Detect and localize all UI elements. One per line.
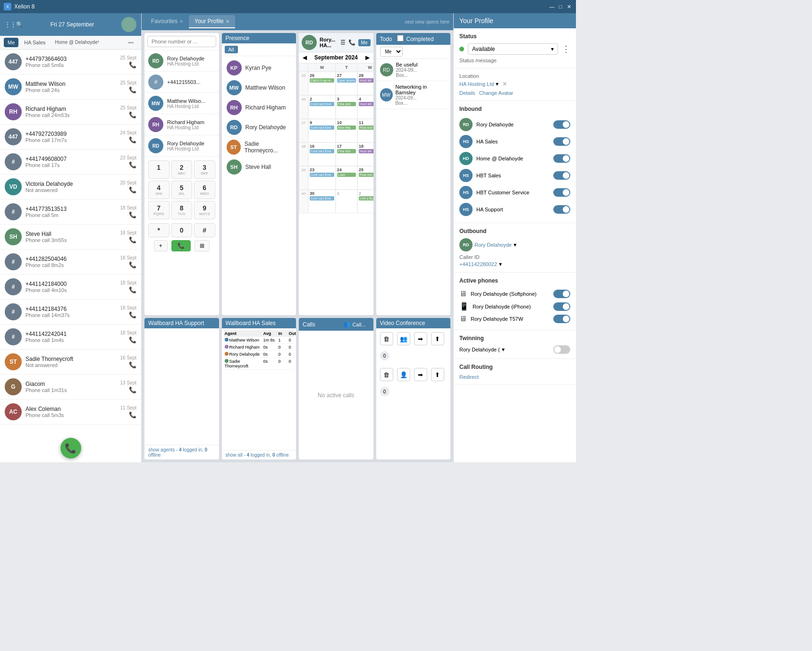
calendar-phone-icon[interactable]: 📞 — [348, 39, 355, 46]
video-delete-btn-2[interactable]: 🗑 — [380, 368, 393, 381]
call-list-item[interactable]: #+441749608007Phone call 17s23 Sept📞 — [0, 150, 141, 175]
minimize-button[interactable]: — — [549, 3, 555, 10]
dialpad-2[interactable]: 2ABC — [171, 160, 193, 179]
dialpad-3[interactable]: 3DEF — [194, 160, 215, 179]
sidebar-item-ha-sales[interactable]: HA Sales — [20, 38, 49, 47]
calendar-menu-icon[interactable]: ☰ — [340, 39, 346, 46]
dialpad-8[interactable]: 8TUV — [171, 201, 193, 219]
dialpad-5[interactable]: 5JKL — [171, 181, 193, 199]
twinning-toggle[interactable] — [553, 345, 570, 354]
presence-item-rory[interactable]: RD Rory Delahoyde — [224, 117, 295, 137]
calendar-me-button[interactable]: Me — [358, 39, 371, 46]
cal-cell-16-sep[interactable]: 16Cont ract End — [308, 142, 336, 166]
dialpad-1[interactable]: 1 — [148, 160, 169, 179]
tab-favourites-close[interactable]: ✕ — [179, 19, 183, 24]
dialpad-6[interactable]: 6MNO — [194, 181, 215, 199]
sidebar-user-avatar[interactable] — [121, 17, 136, 32]
inbound-toggle-hbt-sales[interactable] — [553, 171, 570, 180]
cal-cell-26-aug[interactable]: 26Catch h up re... — [308, 72, 336, 95]
call-list-item[interactable]: RHRichard HighamPhone call 24m53s25 Sept… — [0, 100, 141, 125]
cal-cell-24-sep[interactable]: 24Luke — [336, 166, 357, 190]
contact-item-rory[interactable]: RD Rory Delahoyde HA Hosting Ltd — [144, 50, 219, 72]
status-select[interactable]: Available ▾ — [468, 43, 558, 55]
maximize-button[interactable]: □ — [557, 3, 564, 10]
video-enter-btn[interactable]: ➡ — [414, 332, 427, 345]
contact-item-rory2[interactable]: RD Rory Delahoyde HA Hosting Ltd — [144, 135, 219, 157]
dialpad-hash[interactable]: # — [194, 223, 215, 237]
todo-item-be-useful[interactable]: RD Be useful 2024-09... Box... — [376, 59, 451, 81]
calendar-prev-button[interactable]: ◀ — [303, 54, 307, 61]
dialpad-grid-button[interactable]: ⊞ — [195, 240, 210, 251]
cal-cell-2-oct[interactable]: 2Unit d Busi — [357, 190, 373, 213]
sidebar-more-button[interactable]: ••• — [124, 38, 137, 47]
inbound-toggle-ha-sales[interactable] — [553, 137, 570, 146]
presence-item-steve[interactable]: SH Steve Hall — [224, 157, 295, 177]
sidebar-item-me[interactable]: Me — [4, 38, 18, 47]
call-routing-redirect[interactable]: Redirect — [459, 374, 570, 380]
cal-cell-17-sep[interactable]: 17Fina nce — [336, 142, 357, 166]
cal-cell-1-oct[interactable]: 1 — [336, 190, 357, 213]
contact-item-num1[interactable]: # +441215503... — [144, 72, 219, 93]
dialpad-star[interactable]: * — [148, 223, 169, 237]
contacts-search-input[interactable] — [147, 36, 216, 47]
phone-t57w-toggle[interactable] — [553, 315, 570, 323]
call-list-item[interactable]: #+441142242041Phone call 1m4s18 Sept📞 — [0, 325, 141, 350]
call-button[interactable]: 👥 Call... — [340, 320, 369, 329]
call-list-item[interactable]: #+441282504046Phone call 8m2s18 Sept📞 — [0, 250, 141, 275]
presence-item-sadie[interactable]: ST Sadie Thorneycro... — [224, 137, 295, 157]
todo-item-networking[interactable]: MW Networking in Barnsley 2024-09... Box… — [376, 81, 451, 109]
contact-item-matthew[interactable]: MW Matthew Wilso... HA Hosting Ltd — [144, 93, 219, 114]
call-list-item[interactable]: MWMatthew WilsonPhone call 24s25 Sept📞 — [0, 75, 141, 100]
video-share-btn[interactable]: ⬆ — [431, 332, 444, 345]
video-enter-btn-2[interactable]: ➡ — [414, 368, 427, 381]
call-list-item[interactable]: 447+447927203989Phone call 17m7s24 Sept📞 — [0, 125, 141, 150]
dialpad-0[interactable]: 0 — [171, 223, 193, 237]
close-button[interactable]: ✕ — [566, 3, 572, 10]
wallboard-sales-footer[interactable]: show all - 4 logged in, 0 offline — [222, 450, 296, 459]
tab-favourites[interactable]: Favourites ✕ — [145, 15, 189, 28]
dialpad-7[interactable]: 7PQRS — [148, 201, 169, 219]
dialpad-call-button[interactable]: 📞 — [171, 240, 191, 251]
cal-cell-10-sep[interactable]: 10Mon thly — [336, 119, 357, 142]
cal-cell-28-aug[interactable]: 28Host bill — [357, 72, 373, 95]
call-list-item[interactable]: ACAlex ColemanPhone call 5m3s11 Sept📞 — [0, 400, 141, 425]
contact-item-richard[interactable]: RH Richard Higham HA Hosting Ltd — [144, 114, 219, 135]
dialpad-plus-button[interactable]: + — [154, 240, 168, 251]
phone-softphone-toggle[interactable] — [553, 290, 570, 298]
inbound-toggle-rory[interactable] — [553, 120, 570, 129]
details-button[interactable]: Details — [459, 90, 475, 96]
presence-item-richard[interactable]: RH Richard Higham — [224, 98, 295, 117]
call-list-item[interactable]: #+441142184376Phone call 14m37s18 Sept📞 — [0, 300, 141, 325]
call-list-item[interactable]: VDVictoria DelahoydeNot answered20 Sept📞 — [0, 175, 141, 200]
call-list-item[interactable]: #+441142184000Phone call 4m10s18 Sept📞 — [0, 275, 141, 300]
cal-cell-3-sep[interactable]: 3Fina nce — [336, 95, 357, 119]
presence-item-kyran[interactable]: KP Kyran Pye — [224, 58, 295, 78]
tab-your-profile[interactable]: Your Profile ✕ — [189, 15, 235, 28]
cal-cell-27-aug[interactable]: 27Oper ations — [336, 72, 357, 95]
inbound-toggle-ha-support[interactable] — [553, 205, 570, 214]
location-value[interactable]: HA Hosting Ltd — [459, 81, 494, 87]
call-list-item[interactable]: SHSteve HallPhone call 3m55s18 Sept📞 — [0, 225, 141, 250]
cal-cell-25-sep[interactable]: 25Fina nce Plan — [357, 166, 373, 190]
status-menu-dots[interactable]: ⋮ — [562, 44, 570, 54]
tab-your-profile-close[interactable]: ✕ — [226, 19, 229, 24]
video-share-btn-2[interactable]: ⬆ — [431, 368, 444, 381]
inbound-toggle-hbt-cs[interactable] — [553, 188, 570, 197]
video-add-person-btn[interactable]: 👤 — [397, 368, 410, 381]
video-delete-btn[interactable]: 🗑 — [380, 332, 393, 345]
sidebar-item-home-delahoyde[interactable]: Home @ Delahoyde¹ — [51, 38, 103, 47]
cal-cell-4-sep[interactable]: 4Host bill — [357, 95, 373, 119]
cal-cell-2-sep[interactable]: 2Cont ract End — [308, 95, 336, 119]
search-icon[interactable]: 🔍 — [16, 21, 23, 28]
cal-cell-9-sep[interactable]: 9Cont ract End — [308, 119, 336, 142]
inbound-toggle-home[interactable] — [553, 154, 570, 163]
caller-id-value[interactable]: +441142280022 — [459, 261, 497, 267]
wallboard-support-footer[interactable]: show agents - 4 logged in, 0 offline — [144, 445, 219, 459]
cal-cell-18-sep[interactable]: 18Host bill — [357, 142, 373, 166]
calendar-next-button[interactable]: ▶ — [365, 54, 370, 61]
presence-item-matthew[interactable]: MW Matthew Wilson — [224, 78, 295, 98]
location-close-icon[interactable]: ✕ — [502, 81, 507, 87]
cal-cell-11-sep[interactable]: 11Fina nce — [357, 119, 373, 142]
call-list-item[interactable]: #+441773513513Phone call 5m18 Sept📞 — [0, 200, 141, 225]
presence-filter-all[interactable]: All — [225, 46, 238, 53]
